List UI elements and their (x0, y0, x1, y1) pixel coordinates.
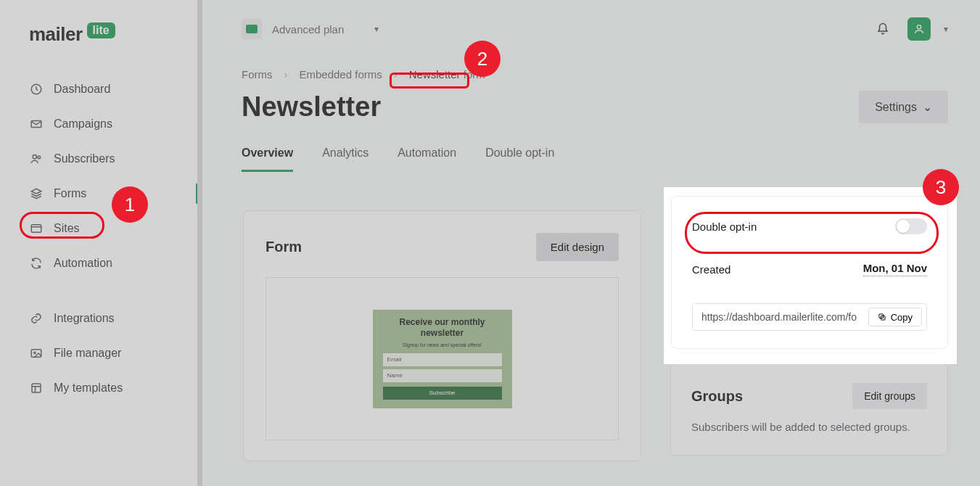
sidebar: mailer lite Dashboard Campaigns Subscrib… (0, 0, 198, 486)
svg-rect-7 (32, 384, 41, 392)
sidebar-item-label: My templates (54, 382, 123, 395)
chevron-right-icon: › (284, 68, 288, 81)
plan-label: Advanced plan (272, 23, 344, 36)
sidebar-item-label: Sites (54, 222, 80, 235)
chevron-right-icon: › (394, 68, 398, 81)
tabs: Overview Analytics Automation Double opt… (242, 141, 948, 173)
clock-icon (29, 82, 44, 96)
created-value-hl[interactable]: Mon, 01 Nov (863, 262, 927, 276)
sidebar-item-sites[interactable]: Sites (0, 211, 197, 246)
template-icon (29, 381, 44, 395)
sidebar-item-campaigns[interactable]: Campaigns (0, 107, 197, 141)
double-optin-label-hl: Double opt-in (692, 221, 757, 233)
envelope-icon (29, 117, 44, 131)
page-header: Newsletter Settings ⌄ (242, 91, 948, 123)
created-label-hl: Created (692, 263, 730, 276)
sidebar-item-label: Integrations (54, 312, 115, 325)
form-preview-subscribe: Subscribe (383, 387, 502, 400)
account-menu[interactable] (907, 17, 931, 41)
sidebar-item-label: File manager (54, 347, 121, 360)
browser-icon (29, 221, 44, 236)
topbar-right: ▾ (871, 17, 948, 41)
double-optin-toggle-hl[interactable] (895, 218, 927, 234)
page-title: Newsletter (242, 91, 381, 123)
sidebar-item-templates[interactable]: My templates (0, 371, 197, 405)
svg-point-6 (34, 352, 36, 353)
sidebar-item-subscribers[interactable]: Subscribers (0, 141, 197, 176)
chevron-down-icon: ▾ (374, 24, 379, 34)
sidebar-item-label: Dashboard (54, 83, 110, 96)
refresh-icon (29, 256, 44, 271)
logo-badge: lite (87, 22, 115, 38)
sidebar-item-label: Automation (54, 257, 112, 270)
form-preview-email: Email (383, 353, 502, 366)
logo[interactable]: mailer lite (0, 16, 197, 67)
copy-label-hl: Copy (891, 312, 913, 323)
breadcrumb-current: Newsletter form (409, 68, 485, 81)
svg-point-3 (38, 156, 41, 159)
form-card: Form Edit design Receive our monthly new… (243, 210, 641, 461)
sidebar-item-integrations[interactable]: Integrations (0, 301, 197, 336)
svg-point-8 (917, 25, 921, 29)
layers-icon (29, 186, 44, 201)
notifications-button[interactable] (871, 17, 894, 41)
copy-button-hl[interactable]: Copy (868, 308, 922, 326)
sidebar-nav: Dashboard Campaigns Subscribers Forms Si… (0, 67, 197, 405)
users-icon (29, 152, 44, 166)
chevron-down-icon: ⌄ (923, 100, 932, 114)
logo-text: mailer (29, 23, 83, 46)
groups-card: Groups Edit groups Subscribers will be a… (670, 363, 948, 456)
sidebar-item-label: Subscribers (54, 152, 115, 165)
tab-automation[interactable]: Automation (398, 141, 456, 172)
form-card-title: Form (265, 239, 302, 255)
form-preview-sub: Signup for news and special offers! (380, 342, 505, 347)
nav-separator (0, 281, 197, 301)
copy-icon (878, 313, 886, 321)
groups-description: Subscribers will be added to selected gr… (691, 419, 927, 436)
plan-selector[interactable]: Advanced plan ▾ (242, 19, 379, 39)
highlight-region: Double opt-in Created Mon, 01 Nov Copy (664, 187, 957, 364)
form-preview-name: Name (383, 369, 502, 382)
groups-title: Groups (691, 388, 743, 405)
chevron-down-icon: ▾ (944, 24, 948, 34)
user-icon (913, 23, 925, 35)
svg-rect-4 (31, 225, 41, 233)
plan-icon (242, 19, 262, 39)
settings-button[interactable]: Settings ⌄ (859, 91, 948, 123)
bell-icon (876, 22, 889, 36)
image-icon (29, 346, 44, 361)
form-preview-title: Receive our monthly newsletter (380, 317, 505, 339)
url-input-hl[interactable] (693, 304, 868, 330)
edit-design-button[interactable]: Edit design (536, 233, 619, 261)
svg-point-2 (33, 155, 36, 158)
tab-overview[interactable]: Overview (242, 141, 293, 172)
form-preview[interactable]: Receive our monthly newsletter Signup fo… (265, 277, 619, 440)
sidebar-item-filemanager[interactable]: File manager (0, 336, 197, 371)
form-preview-inner: Receive our monthly newsletter Signup fo… (373, 310, 512, 408)
breadcrumb: Forms › Embedded forms › Newsletter form (242, 68, 948, 81)
topbar: Advanced plan ▾ ▾ (242, 0, 948, 58)
edit-groups-button[interactable]: Edit groups (852, 383, 927, 409)
sidebar-item-dashboard[interactable]: Dashboard (0, 72, 197, 107)
breadcrumb-forms[interactable]: Forms (242, 68, 273, 81)
sidebar-scrollbar[interactable] (197, 0, 202, 486)
tab-double-optin[interactable]: Double opt-in (485, 141, 554, 172)
breadcrumb-embedded[interactable]: Embedded forms (300, 68, 382, 81)
sidebar-item-label: Forms (54, 187, 86, 200)
sidebar-item-automation[interactable]: Automation (0, 246, 197, 281)
sidebar-item-forms[interactable]: Forms (0, 176, 197, 211)
tab-analytics[interactable]: Analytics (322, 141, 368, 172)
settings-label: Settings (875, 101, 917, 114)
link-icon (29, 311, 44, 326)
sidebar-item-label: Campaigns (54, 118, 112, 131)
